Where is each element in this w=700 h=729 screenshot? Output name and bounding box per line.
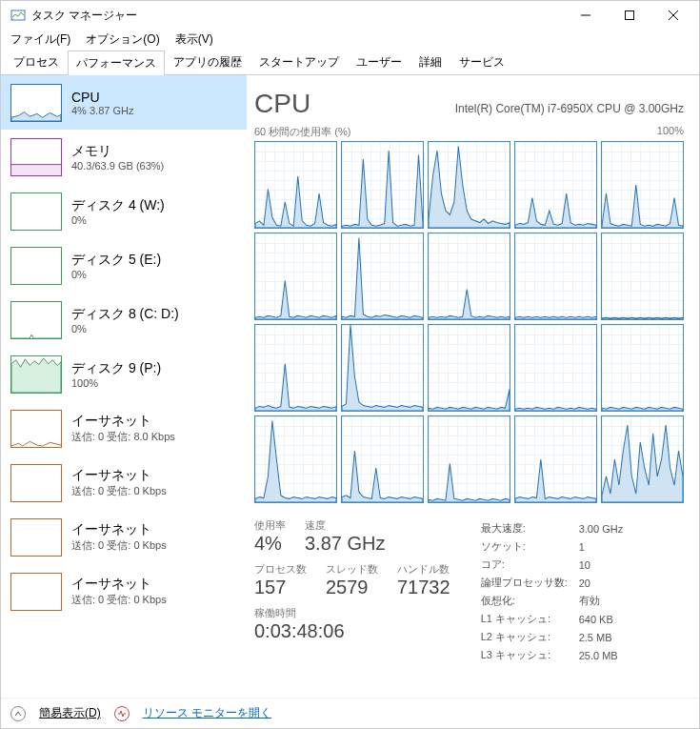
svg-marker-8 [11, 357, 61, 392]
sidebar-item-4[interactable]: ディスク 8 (C: D:) 0% [1, 293, 247, 347]
sidebar-item-name: ディスク 5 (E:) [71, 252, 161, 269]
tab-0[interactable]: プロセス [5, 50, 68, 74]
core-chart-19 [601, 415, 684, 503]
sidebar-item-0[interactable]: CPU 4% 3.87 GHz [1, 75, 247, 130]
core-chart-8 [514, 233, 597, 320]
svg-marker-24 [255, 421, 336, 503]
sidebar-item-3[interactable]: ディスク 5 (E:) 0% [1, 238, 247, 293]
svg-marker-5 [11, 111, 61, 121]
sidebar-item-5[interactable]: ディスク 9 (P:) 100% [1, 347, 247, 401]
sidebar-item-name: ディスク 9 (P:) [71, 360, 161, 377]
svg-marker-20 [342, 325, 423, 411]
sidebar-item-2[interactable]: ディスク 4 (W:) 0% [1, 184, 247, 238]
tab-3[interactable]: スタートアップ [250, 50, 348, 74]
svg-marker-9 [255, 176, 336, 228]
sidebar-item-detail: 送信: 0 受信: 0 Kbps [71, 484, 167, 498]
core-chart-3 [514, 141, 597, 229]
core-chart-15 [254, 415, 337, 503]
footer: 簡易表示(D) リソース モニターを開く [1, 698, 699, 728]
svg-rect-2 [626, 11, 634, 20]
core-chart-18 [514, 415, 597, 503]
cpu-details-table: 最大速度:3.00 GHzソケット:1コア:10論理プロセッサ数:20仮想化:有… [479, 518, 635, 665]
core-chart-17 [428, 415, 510, 503]
menu-file[interactable]: ファイル(F) [5, 30, 76, 50]
minimize-button[interactable] [564, 1, 608, 30]
main-panel: CPU Intel(R) Core(TM) i7-6950X CPU @ 3.0… [247, 75, 699, 698]
page-title: CPU [254, 89, 310, 119]
core-chart-2 [428, 141, 510, 229]
titlebar: タスク マネージャー [1, 1, 699, 30]
svg-marker-27 [515, 459, 596, 502]
window-title: タスク マネージャー [31, 8, 564, 24]
svg-marker-11 [429, 147, 510, 229]
core-chart-12 [428, 324, 510, 412]
sidebar-item-7[interactable]: イーサネット 送信: 0 受信: 0 Kbps [1, 456, 247, 510]
tab-2[interactable]: アプリの履歴 [165, 50, 250, 74]
svg-marker-13 [602, 185, 683, 228]
core-chart-7 [428, 233, 510, 320]
svg-rect-0 [11, 10, 25, 20]
sidebar-item-name: イーサネット [71, 467, 167, 484]
core-chart-11 [341, 324, 424, 412]
core-chart-10 [254, 324, 337, 412]
sidebar-item-name: ディスク 8 (C: D:) [71, 306, 179, 323]
core-chart-1 [341, 141, 424, 229]
tab-4[interactable]: ユーザー [348, 50, 410, 74]
uptime-value: 0:03:48:06 [254, 620, 450, 642]
chart-axis-right: 100% [657, 125, 684, 139]
chart-axis-left: 60 秒間の使用率 (%) [254, 125, 350, 139]
svg-marker-17 [515, 316, 596, 319]
core-chart-6 [341, 233, 424, 320]
svg-marker-14 [255, 281, 336, 320]
menu-view[interactable]: 表示(V) [170, 30, 219, 50]
tab-5[interactable]: 詳細 [410, 50, 450, 74]
menubar: ファイル(F) オプション(O) 表示(V) [1, 30, 699, 49]
svg-marker-21 [429, 390, 510, 412]
core-chart-13 [514, 324, 597, 412]
sidebar-item-name: イーサネット [71, 576, 167, 593]
close-button[interactable] [651, 1, 695, 30]
fewer-details-link[interactable]: 簡易表示(D) [39, 705, 101, 721]
sidebar-item-detail: 0% [71, 214, 165, 226]
core-chart-4 [601, 141, 684, 229]
tab-bar: プロセスパフォーマンスアプリの履歴スタートアップユーザー詳細サービス [1, 49, 699, 75]
svg-marker-12 [515, 193, 596, 228]
sidebar-item-8[interactable]: イーサネット 送信: 0 受信: 0 Kbps [1, 510, 247, 564]
core-chart-9 [601, 233, 684, 320]
svg-marker-26 [429, 464, 510, 503]
svg-marker-23 [602, 407, 683, 411]
sidebar-item-detail: 100% [71, 377, 161, 389]
sidebar-item-detail: 4% 3.87 GHz [71, 105, 133, 116]
core-chart-14 [601, 324, 684, 412]
sidebar-item-name: CPU [71, 90, 133, 105]
sidebar-item-detail: 40.3/63.9 GB (63%) [71, 160, 164, 172]
svg-marker-28 [602, 425, 683, 502]
sidebar-item-detail: 0% [71, 323, 179, 334]
core-chart-16 [341, 415, 424, 503]
uptime-label: 稼働時間 [254, 606, 450, 620]
sidebar-item-6[interactable]: イーサネット 送信: 0 受信: 8.0 Kbps [1, 401, 247, 456]
tab-6[interactable]: サービス [450, 50, 513, 74]
tab-1[interactable]: パフォーマンス [68, 51, 165, 75]
sidebar-item-detail: 0% [71, 269, 161, 280]
maximize-button[interactable] [608, 1, 651, 30]
menu-options[interactable]: オプション(O) [80, 30, 165, 50]
sidebar-item-1[interactable]: メモリ 40.3/63.9 GB (63%) [1, 130, 247, 184]
svg-marker-16 [429, 290, 510, 320]
svg-marker-22 [515, 407, 596, 411]
svg-marker-19 [255, 364, 336, 412]
sidebar-item-detail: 送信: 0 受信: 0 Kbps [71, 538, 167, 553]
svg-marker-15 [342, 238, 423, 320]
sidebar-item-9[interactable]: イーサネット 送信: 0 受信: 0 Kbps [1, 564, 247, 618]
resmon-icon [114, 706, 130, 721]
sidebar-item-name: イーサネット [71, 413, 175, 430]
cpu-core-grid [254, 141, 684, 503]
svg-rect-6 [11, 164, 61, 174]
sidebar-item-name: ディスク 4 (W:) [71, 197, 165, 214]
svg-marker-18 [602, 317, 683, 319]
sidebar-item-detail: 送信: 0 受信: 8.0 Kbps [71, 430, 175, 444]
cpu-model: Intel(R) Core(TM) i7-6950X CPU @ 3.00GHz [455, 102, 684, 115]
chevron-up-icon[interactable] [10, 706, 26, 721]
svg-marker-10 [342, 151, 423, 228]
open-resmon-link[interactable]: リソース モニターを開く [143, 705, 271, 721]
